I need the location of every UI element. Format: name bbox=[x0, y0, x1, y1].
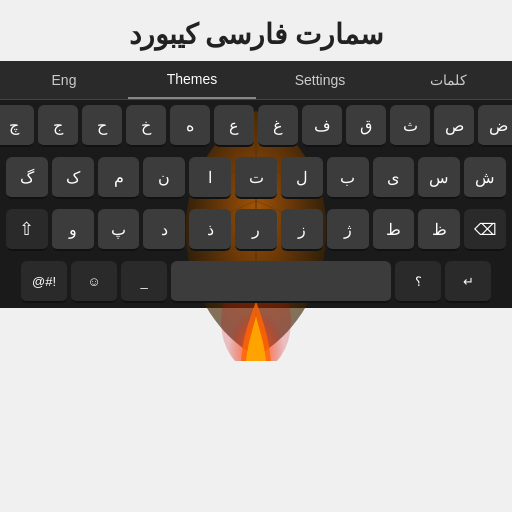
key-ch[interactable]: چ bbox=[0, 105, 34, 147]
key-sh[interactable]: ش bbox=[464, 157, 506, 199]
key-f[interactable]: ف bbox=[302, 105, 342, 147]
key-q[interactable]: ق bbox=[346, 105, 386, 147]
key-za[interactable]: ظ bbox=[418, 209, 460, 251]
tab-settings[interactable]: Settings bbox=[256, 61, 384, 99]
underscore-key[interactable]: _ bbox=[121, 261, 167, 303]
key-n[interactable]: ن bbox=[143, 157, 185, 199]
key-j[interactable]: ج bbox=[38, 105, 78, 147]
key-k[interactable]: ک bbox=[52, 157, 94, 199]
key-z[interactable]: ز bbox=[281, 209, 323, 251]
key-row-2: گ ک م ن ا ت ل ب ی س ش bbox=[0, 152, 512, 204]
key-p[interactable]: پ bbox=[98, 209, 140, 251]
key-he[interactable]: ه bbox=[170, 105, 210, 147]
shift-key[interactable]: ⇧ bbox=[6, 209, 48, 251]
tab-row: Eng Themes Settings کلمات bbox=[0, 61, 512, 100]
key-zad[interactable]: ض bbox=[478, 105, 512, 147]
app-title: سمارت فارسی کیبورد bbox=[0, 0, 512, 61]
key-sad[interactable]: ص bbox=[434, 105, 474, 147]
tab-themes[interactable]: Themes bbox=[128, 61, 256, 99]
key-ain[interactable]: ع bbox=[214, 105, 254, 147]
key-a[interactable]: ا bbox=[189, 157, 231, 199]
question-key[interactable]: ؟ bbox=[395, 261, 441, 303]
key-row-3: ⇧ و پ د ذ ر ز ژ ط ظ ⌫ bbox=[0, 204, 512, 256]
backspace-key[interactable]: ⌫ bbox=[464, 209, 506, 251]
key-zhe[interactable]: ژ bbox=[327, 209, 369, 251]
key-d[interactable]: د bbox=[143, 209, 185, 251]
emoji-key[interactable]: ☺ bbox=[71, 261, 117, 303]
tab-words[interactable]: کلمات bbox=[384, 61, 512, 99]
key-r[interactable]: ر bbox=[235, 209, 277, 251]
tab-eng[interactable]: Eng bbox=[0, 61, 128, 99]
key-row-1: چ ج ح خ ه ع غ ف ق ث ص ض bbox=[0, 100, 512, 152]
key-zal[interactable]: ذ bbox=[189, 209, 231, 251]
key-ghain[interactable]: غ bbox=[258, 105, 298, 147]
key-g[interactable]: گ bbox=[6, 157, 48, 199]
key-row-4: !#@ ☺ _ ؟ ↵ bbox=[0, 256, 512, 308]
key-th[interactable]: ث bbox=[390, 105, 430, 147]
key-ta[interactable]: ط bbox=[373, 209, 415, 251]
key-s[interactable]: س bbox=[418, 157, 460, 199]
key-y[interactable]: ی bbox=[373, 157, 415, 199]
key-h[interactable]: ح bbox=[82, 105, 122, 147]
enter-key[interactable]: ↵ bbox=[445, 261, 491, 303]
key-b[interactable]: ب bbox=[327, 157, 369, 199]
key-v[interactable]: و bbox=[52, 209, 94, 251]
spacebar-key[interactable] bbox=[171, 261, 391, 303]
key-m[interactable]: م bbox=[98, 157, 140, 199]
key-l[interactable]: ل bbox=[281, 157, 323, 199]
key-t[interactable]: ت bbox=[235, 157, 277, 199]
keyboard-container: Eng Themes Settings کلمات bbox=[0, 61, 512, 308]
key-kh[interactable]: خ bbox=[126, 105, 166, 147]
symbols-key[interactable]: !#@ bbox=[21, 261, 67, 303]
